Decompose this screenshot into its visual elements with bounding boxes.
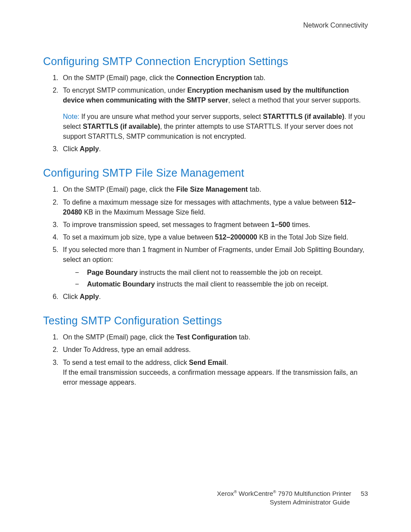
text: On the SMTP (Email) page, click the xyxy=(63,74,176,81)
list-item: To encrypt SMTP communication, under Enc… xyxy=(60,85,368,141)
text: KB in the Maximum Message Size field. xyxy=(82,208,206,216)
bold: Page Boundary xyxy=(87,269,137,276)
text: . xyxy=(99,293,101,300)
text: On the SMTP (Email) page, click the xyxy=(63,186,176,193)
list-item: On the SMTP (Email) page, click the File… xyxy=(60,184,368,194)
bold: Test Configuration xyxy=(176,333,237,341)
text: . xyxy=(99,145,101,152)
list-item: On the SMTP (Email) page, click the Conn… xyxy=(60,73,368,83)
bold: STARTTTLS (if available) xyxy=(263,113,344,120)
bold: 512–2000000 xyxy=(215,233,257,241)
text: instructs the mail client to reassemble … xyxy=(155,280,328,288)
text: tab. xyxy=(252,74,265,81)
text: tab. xyxy=(248,186,261,193)
text: , select a method that your server suppo… xyxy=(228,96,361,104)
registered-icon: ® xyxy=(234,489,237,494)
bold: Apply xyxy=(80,293,99,300)
note-block: Note: If you are unsure what method your… xyxy=(63,112,368,142)
list-item: Under To Address, type an email address. xyxy=(60,345,368,355)
text: To define a maximum message size for mes… xyxy=(63,199,340,206)
list-item: Click Apply. xyxy=(60,292,368,302)
page-footer: Xerox® WorkCentre® 7970 Multifunction Pr… xyxy=(43,489,368,506)
bold: STARTTLS (if available) xyxy=(83,123,160,130)
text: instructs the mail client not to reassem… xyxy=(137,269,323,276)
text: To encrypt SMTP communication, under xyxy=(63,87,187,94)
text: Click xyxy=(63,145,80,152)
sublist-item: Automatic Boundary instructs the mail cl… xyxy=(75,279,368,289)
list-smtp-filesize: On the SMTP (Email) page, click the File… xyxy=(43,184,368,302)
header-section: Network Connectivity xyxy=(43,22,368,29)
bold: 1–500 xyxy=(271,221,290,228)
list-item: Click Apply. xyxy=(60,144,368,154)
text: To improve transmission speed, set messa… xyxy=(63,221,271,228)
text: Click xyxy=(63,293,80,300)
product: 7970 Multifunction Printer xyxy=(276,490,351,497)
bold: Send Email xyxy=(189,359,226,366)
bold: File Size Management xyxy=(176,186,248,193)
heading-smtp-test: Testing SMTP Configuration Settings xyxy=(43,314,368,327)
heading-smtp-filesize: Configuring SMTP File Size Management xyxy=(43,167,368,179)
text: times. xyxy=(290,221,310,228)
text: KB in the Total Job Size field. xyxy=(257,233,348,241)
list-item: To send a test email to the address, cli… xyxy=(60,358,368,388)
list-item: On the SMTP (Email) page, click the Test… xyxy=(60,332,368,342)
sublist: Page Boundary instructs the mail client … xyxy=(63,268,368,289)
footer-line1: Xerox® WorkCentre® 7970 Multifunction Pr… xyxy=(43,489,368,498)
text: To set a maximum job size, type a value … xyxy=(63,233,215,241)
bold: Automatic Boundary xyxy=(87,280,155,288)
brand: Xerox xyxy=(217,490,234,497)
list-item: To improve transmission speed, set messa… xyxy=(60,220,368,230)
page-number: 53 xyxy=(361,489,368,498)
footer-line2: System Administrator Guide xyxy=(43,498,368,507)
text: Under To Address, type an email address. xyxy=(63,346,191,353)
registered-icon: ® xyxy=(273,489,276,494)
heading-smtp-encryption: Configuring SMTP Connection Encryption S… xyxy=(43,55,368,68)
brand: WorkCentre xyxy=(237,490,273,497)
text: On the SMTP (Email) page, click the xyxy=(63,333,176,341)
list-smtp-encryption: On the SMTP (Email) page, click the Conn… xyxy=(43,73,368,154)
note-label: Note: xyxy=(63,113,79,120)
text: If you selected more than 1 fragment in … xyxy=(63,246,364,263)
list-item: If you selected more than 1 fragment in … xyxy=(60,245,368,289)
text: To send a test email to the address, cli… xyxy=(63,359,189,366)
list-item: To set a maximum job size, type a value … xyxy=(60,232,368,242)
sublist-item: Page Boundary instructs the mail client … xyxy=(75,268,368,277)
bold: Connection Encryption xyxy=(176,74,252,81)
text: If you are unsure what method your serve… xyxy=(79,113,263,120)
text-followup: If the email transmission succeeds, a co… xyxy=(63,367,368,387)
text: . xyxy=(226,359,228,366)
list-smtp-test: On the SMTP (Email) page, click the Test… xyxy=(43,332,368,387)
text: tab. xyxy=(237,333,250,341)
list-item: To define a maximum message size for mes… xyxy=(60,197,368,217)
bold: Apply xyxy=(80,145,99,152)
